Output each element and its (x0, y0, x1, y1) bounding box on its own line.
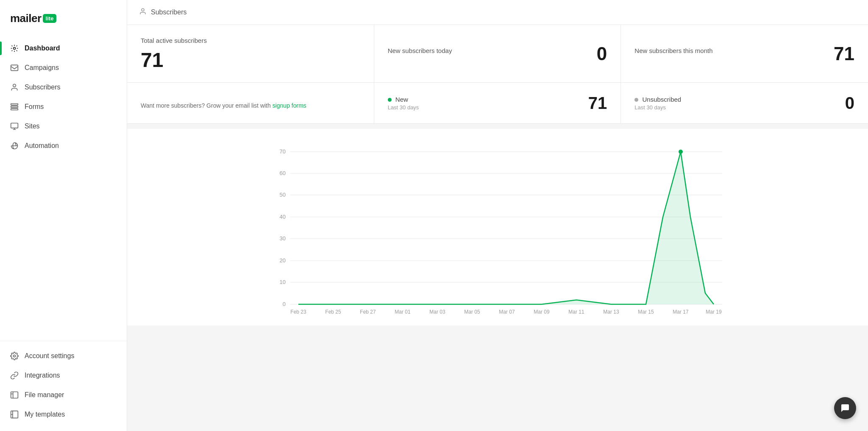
chart-wrapper: 0 10 20 30 40 50 60 70 Feb 23 Feb 25 Feb… (139, 139, 856, 317)
integrations-icon (10, 371, 19, 380)
stat-unsub-label: Unsubscribed (634, 96, 681, 103)
svg-text:Mar 13: Mar 13 (603, 309, 619, 315)
svg-point-7 (14, 355, 16, 357)
svg-rect-3 (11, 104, 18, 105)
main-nav: Dashboard Campaigns Subscribers Forms (0, 39, 127, 341)
sidebar-item-automation-label: Automation (25, 142, 59, 150)
svg-text:Feb 27: Feb 27 (360, 309, 376, 315)
sidebar-item-forms[interactable]: Forms (3, 97, 123, 117)
signup-forms-link[interactable]: signup forms (273, 102, 306, 109)
sidebar-item-dashboard[interactable]: Dashboard (3, 39, 123, 58)
stat-grow-text: Want more subscribers? Grow your email l… (141, 101, 360, 110)
stat-new-month: New subscribers this month 71 (621, 25, 868, 82)
svg-text:Mar 19: Mar 19 (706, 309, 722, 315)
sidebar-item-dashboard-label: Dashboard (25, 44, 60, 52)
svg-text:Mar 17: Mar 17 (673, 309, 689, 315)
svg-text:70: 70 (280, 148, 286, 155)
chat-button[interactable] (834, 397, 856, 419)
stats-top-row: Total active subscribers 71 New subscrib… (127, 25, 868, 83)
subscribers-chart: 0 10 20 30 40 50 60 70 Feb 23 Feb 25 Feb… (139, 139, 856, 317)
settings-icon (10, 352, 19, 360)
stat-new-30: New Last 30 days 71 (374, 83, 621, 123)
chart-area-fill (298, 152, 714, 304)
page-header: Subscribers (127, 0, 868, 25)
sidebar-item-account-settings-label: Account settings (25, 352, 74, 360)
stat-total-active: Total active subscribers 71 (127, 25, 374, 82)
svg-text:10: 10 (280, 279, 286, 285)
stat-unsub: Unsubscribed Last 30 days 0 (621, 83, 868, 123)
sidebar-item-campaigns-label: Campaigns (25, 64, 59, 72)
svg-text:Mar 11: Mar 11 (568, 309, 584, 315)
new-dot (388, 98, 392, 102)
svg-text:Feb 23: Feb 23 (290, 309, 306, 315)
stats-container: Total active subscribers 71 New subscrib… (127, 25, 868, 124)
svg-text:40: 40 (280, 214, 286, 220)
sidebar-item-my-templates-label: My templates (25, 411, 65, 418)
svg-rect-5 (11, 108, 18, 110)
sidebar-item-integrations[interactable]: Integrations (3, 366, 123, 385)
stat-new-30-info: New Last 30 days (388, 96, 419, 111)
svg-text:Mar 09: Mar 09 (534, 309, 550, 315)
chart-area: 0 10 20 30 40 50 60 70 Feb 23 Feb 25 Feb… (127, 129, 868, 325)
logo[interactable]: mailer lite (0, 0, 127, 39)
sidebar-item-forms-label: Forms (25, 103, 44, 111)
page-title: Subscribers (151, 8, 186, 16)
sidebar-item-automation[interactable]: Automation (3, 136, 123, 156)
stat-total-active-value: 71 (141, 50, 360, 70)
svg-text:Mar 05: Mar 05 (464, 309, 480, 315)
stat-unsub-value: 0 (845, 95, 854, 111)
logo-badge: lite (43, 14, 57, 23)
sites-icon (10, 122, 19, 131)
sidebar-item-subscribers-label: Subscribers (25, 83, 60, 91)
stat-new-month-label: New subscribers this month (634, 47, 712, 54)
sidebar-item-campaigns[interactable]: Campaigns (3, 58, 123, 78)
svg-rect-1 (11, 65, 18, 70)
svg-point-0 (14, 47, 16, 50)
svg-rect-4 (11, 106, 18, 107)
stat-total-active-label: Total active subscribers (141, 37, 360, 44)
sidebar-item-my-templates[interactable]: My templates (3, 405, 123, 424)
forms-icon (10, 103, 19, 111)
stat-unsub-period: Last 30 days (634, 104, 681, 111)
automation-icon (10, 142, 19, 150)
sidebar: mailer lite Dashboard Campaigns Subscrib… (0, 0, 127, 431)
stat-new-today: New subscribers today 0 (374, 25, 621, 82)
chart-peak-dot (679, 150, 683, 154)
stat-new-today-label: New subscribers today (388, 47, 452, 54)
stats-bottom-row: Want more subscribers? Grow your email l… (127, 83, 868, 123)
stat-unsub-info: Unsubscribed Last 30 days (634, 96, 681, 111)
svg-text:Mar 07: Mar 07 (499, 309, 515, 315)
svg-text:Mar 03: Mar 03 (429, 309, 445, 315)
stat-new-month-value: 71 (834, 44, 854, 63)
sidebar-item-integrations-label: Integrations (25, 372, 60, 379)
sidebar-item-file-manager-label: File manager (25, 391, 64, 399)
logo-text: mailer (10, 12, 42, 25)
file-manager-icon (10, 391, 19, 399)
svg-text:50: 50 (280, 192, 286, 198)
main-content: Subscribers Total active subscribers 71 … (127, 0, 868, 431)
sidebar-item-file-manager[interactable]: File manager (3, 385, 123, 405)
svg-rect-8 (11, 392, 18, 398)
svg-text:60: 60 (280, 170, 286, 176)
svg-point-2 (13, 84, 16, 87)
stat-new-today-value: 0 (597, 44, 607, 63)
svg-text:30: 30 (280, 235, 286, 242)
sidebar-bottom: Account settings Integrations File manag… (0, 341, 127, 431)
svg-text:20: 20 (280, 257, 286, 264)
subscribers-icon (10, 83, 19, 92)
svg-text:Mar 15: Mar 15 (638, 309, 654, 315)
stat-new-30-value: 71 (588, 95, 607, 111)
chat-icon (840, 403, 850, 413)
stat-new-30-label: New (388, 96, 419, 103)
svg-point-10 (142, 8, 144, 11)
campaigns-icon (10, 64, 19, 72)
templates-icon (10, 410, 19, 419)
svg-rect-6 (11, 123, 18, 128)
svg-text:Feb 25: Feb 25 (325, 309, 341, 315)
stat-grow: Want more subscribers? Grow your email l… (127, 83, 374, 123)
sidebar-item-sites-label: Sites (25, 122, 40, 130)
sidebar-item-subscribers[interactable]: Subscribers (3, 78, 123, 97)
sidebar-item-sites[interactable]: Sites (3, 117, 123, 136)
sidebar-item-account-settings[interactable]: Account settings (3, 346, 123, 366)
svg-text:Mar 01: Mar 01 (395, 309, 411, 315)
